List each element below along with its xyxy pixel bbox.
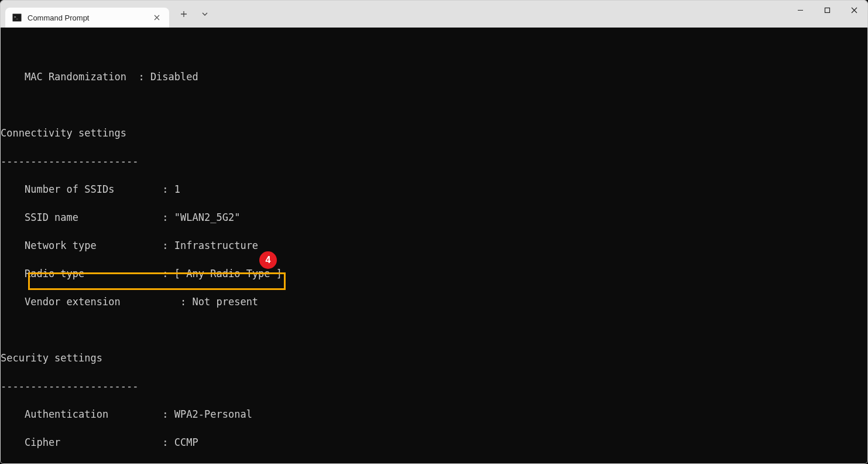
- conn-line-value: Infrastructure: [174, 240, 258, 251]
- tab-strip: >_ Command Prompt: [1, 1, 215, 28]
- sec-line-label: Authentication :: [1, 408, 174, 420]
- sec-line-value: WPA2-Personal: [174, 408, 252, 420]
- security-heading: Security settings: [1, 351, 867, 365]
- conn-line-value: [ Any Radio Type ]: [174, 268, 282, 279]
- new-tab-button[interactable]: [174, 5, 194, 23]
- conn-line-value: Not present: [193, 296, 259, 308]
- tab-dropdown-button[interactable]: [195, 5, 215, 23]
- tab-close-button[interactable]: [152, 12, 162, 23]
- tab-title: Command Prompt: [28, 13, 146, 22]
- svg-rect-2: [825, 8, 829, 12]
- conn-line-label: Number of SSIDs :: [1, 183, 174, 195]
- conn-line-label: SSID name :: [1, 211, 174, 223]
- tab-command-prompt[interactable]: >_ Command Prompt: [5, 8, 169, 28]
- window-controls: [787, 1, 867, 28]
- window-frame: >_ Command Prompt: [0, 0, 868, 464]
- sec-line-value: CCMP: [174, 436, 198, 448]
- maximize-button[interactable]: [814, 1, 840, 19]
- terminal-viewport[interactable]: MAC Randomization : Disabled Connectivit…: [1, 28, 867, 463]
- connectivity-heading: Connectivity settings: [1, 126, 867, 140]
- conn-line-label: Vendor extension :: [1, 296, 193, 308]
- minimize-button[interactable]: [787, 1, 814, 19]
- conn-line-label: Network type :: [1, 240, 174, 251]
- sec-line-label: Cipher :: [1, 436, 174, 448]
- terminal-output: MAC Randomization : Disabled Connectivit…: [1, 56, 867, 463]
- mac-label: MAC Randomization :: [1, 71, 150, 83]
- conn-line-value: 1: [174, 183, 180, 195]
- mac-value: Disabled: [150, 71, 198, 83]
- conn-line-label: Radio type :: [1, 268, 174, 279]
- svg-text:>_: >_: [14, 15, 19, 19]
- close-button[interactable]: [840, 1, 867, 19]
- tab-actions: [174, 1, 215, 28]
- connectivity-rule: -----------------------: [1, 154, 867, 168]
- security-rule: -----------------------: [1, 379, 867, 393]
- terminal-icon: >_: [12, 13, 22, 22]
- conn-line-value: "WLAN2_5G2": [174, 211, 241, 223]
- titlebar: >_ Command Prompt: [1, 1, 867, 28]
